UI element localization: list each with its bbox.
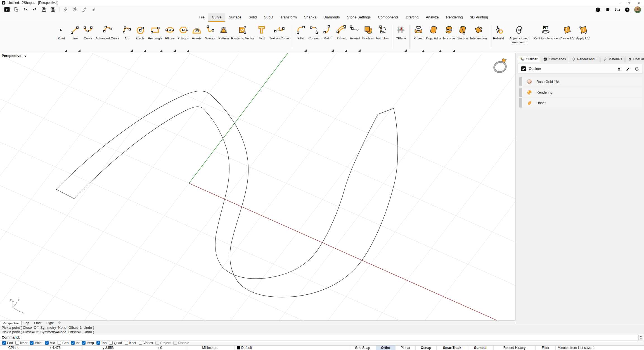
- view-tab-perspective[interactable]: Perspective: [0, 321, 22, 325]
- status-ortho[interactable]: Ortho: [376, 346, 396, 350]
- menu-tab-3d-printing[interactable]: 3D Printing: [467, 13, 492, 22]
- apply-uv-button[interactable]: Apply UV: [575, 22, 590, 53]
- outliner-item-unset[interactable]: Unset: [519, 98, 642, 108]
- osnap-vertex[interactable]: Vertex: [139, 341, 153, 345]
- save-button[interactable]: [41, 6, 47, 13]
- rebuild-button[interactable]: Rebuild: [492, 22, 505, 53]
- status-x-4-476[interactable]: x 4.476: [28, 346, 82, 350]
- dropdown-corner-icon[interactable]: [160, 49, 162, 52]
- pattern-button[interactable]: Pattern: [217, 22, 230, 53]
- view-tab-top[interactable]: Top: [22, 321, 32, 325]
- extend-button[interactable]: Extend: [348, 22, 361, 53]
- status-y-3-553[interactable]: y 3.553: [82, 346, 134, 350]
- dropdown-corner-icon[interactable]: [358, 49, 361, 52]
- info-button[interactable]: [595, 7, 601, 13]
- panel-tab-render-and[interactable]: Render and...: [569, 56, 600, 62]
- command-input-row[interactable]: Command:: [0, 334, 644, 340]
- status-default[interactable]: Default: [235, 346, 349, 350]
- status-filter[interactable]: Filter: [536, 346, 556, 350]
- dropdown-corner-icon[interactable]: [131, 49, 133, 52]
- osnap-checkbox[interactable]: [15, 341, 19, 345]
- cplane-button[interactable]: CPlane: [394, 22, 408, 53]
- section-button[interactable]: Section: [456, 22, 469, 53]
- menu-tab-diamonds[interactable]: Diamonds: [320, 13, 344, 22]
- recent-files-button[interactable]: [13, 6, 19, 13]
- refresh-icon[interactable]: [634, 66, 639, 71]
- save-as-button[interactable]: [50, 6, 56, 13]
- maximize-button[interactable]: [624, 0, 634, 6]
- dup-edge-button[interactable]: Dup. Edge: [425, 22, 442, 53]
- rectangle-button[interactable]: Rectangle: [147, 22, 163, 53]
- connect-button[interactable]: Connect: [307, 22, 321, 53]
- curve-button[interactable]: Curve: [81, 22, 95, 53]
- close-button[interactable]: [634, 0, 644, 6]
- osnap-tan[interactable]: ✓Tan: [96, 341, 106, 345]
- item-drag-handle[interactable]: [519, 77, 522, 86]
- text-button[interactable]: Text: [255, 22, 268, 53]
- avatar[interactable]: [634, 6, 641, 13]
- offset-button[interactable]: Offset: [335, 22, 348, 53]
- grab-button[interactable]: [72, 6, 78, 13]
- osnap-checkbox[interactable]: ✓: [45, 341, 49, 345]
- menu-tab-shanks[interactable]: Shanks: [300, 13, 320, 22]
- item-drag-handle[interactable]: [519, 98, 522, 108]
- point-button[interactable]: Point: [55, 22, 68, 53]
- view-tab-right[interactable]: Right: [44, 321, 56, 325]
- weight-icon[interactable]: Kg: [617, 66, 621, 71]
- measure-button[interactable]: [81, 6, 87, 13]
- menu-tab-file[interactable]: File: [195, 13, 208, 22]
- osnap-point[interactable]: ✓Point: [30, 341, 42, 345]
- fillet-button[interactable]: Fillet: [294, 22, 307, 53]
- ellipse-button[interactable]: Ellipse: [163, 22, 177, 53]
- menu-tab-stone-settings[interactable]: Stone Settings: [344, 13, 375, 22]
- menu-tab-surface[interactable]: Surface: [225, 13, 245, 22]
- status-millimeters[interactable]: Millimeters: [186, 346, 235, 350]
- dropdown-corner-icon[interactable]: [453, 49, 455, 52]
- history-scroll-up-button[interactable]: [638, 335, 643, 337]
- education-button[interactable]: [605, 7, 611, 13]
- dropdown-corner-icon[interactable]: [187, 49, 189, 52]
- status-record-history[interactable]: Record History: [494, 346, 536, 350]
- panel-tab-materials[interactable]: Materials: [600, 56, 625, 62]
- line-button[interactable]: Line: [68, 22, 81, 53]
- menu-tab-solid[interactable]: Solid: [245, 13, 260, 22]
- menu-tab-drafting[interactable]: Drafting: [402, 13, 422, 22]
- menu-tab-curve[interactable]: Curve: [208, 13, 225, 22]
- osnap-near[interactable]: Near: [15, 341, 27, 345]
- viewport-title-menu[interactable]: Perspective |: [2, 54, 27, 58]
- project-button[interactable]: Project: [412, 22, 425, 53]
- view-tab-front[interactable]: Front: [32, 321, 44, 325]
- isocurve-button[interactable]: Isocurve: [442, 22, 456, 53]
- dropdown-corner-icon[interactable]: [174, 49, 176, 52]
- pencil-icon[interactable]: [626, 66, 630, 71]
- menu-tab-subd[interactable]: SubD: [260, 13, 277, 22]
- dropdown-corner-icon[interactable]: [404, 49, 407, 52]
- sketch-button[interactable]: [63, 6, 69, 13]
- arc-button[interactable]: Arc: [120, 22, 134, 53]
- boolean-button[interactable]: Boolean: [361, 22, 375, 53]
- dropdown-corner-icon[interactable]: [332, 49, 334, 52]
- circle-button[interactable]: Circle: [134, 22, 147, 53]
- dropdown-corner-icon[interactable]: [65, 49, 67, 52]
- dropdown-corner-icon[interactable]: [144, 49, 146, 52]
- dropdown-corner-icon[interactable]: [439, 49, 441, 52]
- waves-button[interactable]: Waves: [203, 22, 217, 53]
- osnap-checkbox[interactable]: [109, 341, 113, 345]
- osnap-perp[interactable]: ✓Perp: [82, 341, 94, 345]
- osnap-project[interactable]: Project: [155, 341, 171, 345]
- new-viewport-icon[interactable]: [58, 321, 61, 324]
- status-planar[interactable]: Planar: [396, 346, 416, 350]
- osnap-checkbox[interactable]: ✓: [30, 341, 34, 345]
- help-button[interactable]: ?: [624, 7, 630, 13]
- osnap-checkbox[interactable]: [125, 341, 128, 345]
- viewport[interactable]: z y x Perspective |: [0, 53, 516, 320]
- panel-tab-cost-and-pr[interactable]: KgCost and Pr...: [625, 56, 644, 62]
- intersection-button[interactable]: Intersection: [469, 22, 487, 53]
- status-gumball[interactable]: Gumball: [468, 346, 494, 350]
- menu-tab-transform[interactable]: Transform: [277, 13, 300, 22]
- undo-button[interactable]: [22, 6, 29, 13]
- osnap-checkbox[interactable]: ✓: [71, 341, 75, 345]
- panel-tab-commands[interactable]: Commands: [541, 56, 568, 62]
- history-scroll-down-button[interactable]: [638, 338, 643, 340]
- item-drag-handle[interactable]: [519, 88, 522, 97]
